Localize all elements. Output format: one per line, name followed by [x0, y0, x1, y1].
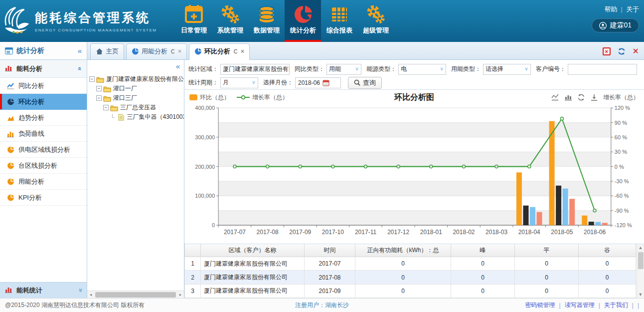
table-row[interactable]: 1厦门建霖健康家居股份有限公司2017-070000	[185, 257, 636, 271]
tree-node-2[interactable]: −灌口一厂	[89, 84, 184, 93]
close-current-tab-icon[interactable]: ×	[603, 47, 611, 55]
line-chart-view-icon[interactable]	[551, 94, 559, 101]
tree-horizontal-scrollbar[interactable]: ◂ ▸	[87, 291, 184, 298]
chart-canvas[interactable]: 0100,000200,000300,000400,000120 %90 %60…	[185, 104, 643, 244]
line-point-2018-05[interactable]	[560, 117, 563, 120]
sidebar-item-7[interactable]: 用能分析	[0, 174, 87, 190]
bar-平-2018-04[interactable]	[530, 207, 535, 225]
bar-峰-2018-04[interactable]	[523, 206, 528, 225]
table-row[interactable]: 2厦门建霖健康家居股份有限公司2017-080000	[185, 271, 636, 284]
sidebar-item-3[interactable]: 趋势分析	[0, 110, 87, 126]
customer-no-input[interactable]	[568, 64, 637, 75]
energy-type-select[interactable]: 电˅	[398, 64, 446, 75]
table-vertical-scrollbar[interactable]: ▲ ▼	[637, 244, 644, 298]
tab-3[interactable]: 环比分析×	[189, 43, 250, 60]
menu-item-4[interactable]: 统计分析	[285, 0, 321, 42]
close-all-tabs-icon[interactable]: ✕	[633, 46, 639, 56]
sidebar-item-4[interactable]: 负荷曲线	[0, 126, 87, 142]
tree-node-4[interactable]: −三厂总变压器	[89, 103, 184, 112]
tree-node-5[interactable]: └三厂集中器（4301003	[89, 112, 184, 122]
legend-item[interactable]: 增长率（总）	[237, 93, 288, 102]
statistic-period-select[interactable]: 月˅	[220, 77, 258, 88]
bar-谷-2018-06[interactable]	[602, 223, 608, 225]
bar-平-2018-06[interactable]	[595, 222, 601, 225]
tree-expander-icon[interactable]: −	[89, 76, 95, 82]
about-link[interactable]: 关于	[626, 5, 639, 13]
tree-node-label: 灌口三厂	[113, 94, 137, 102]
line-point-2018-02[interactable]	[462, 165, 465, 168]
tree-node-3[interactable]: −灌口三厂	[89, 93, 184, 103]
refresh-chart-icon[interactable]	[577, 93, 585, 101]
bar-峰-2018-06[interactable]	[589, 222, 594, 225]
table-cell: 2017-07	[305, 257, 355, 271]
line-point-2018-03[interactable]	[495, 165, 498, 168]
tab-close-icon[interactable]: ×	[241, 48, 244, 55]
scrollbar-thumb[interactable]	[95, 292, 176, 298]
scrollbar-thumb[interactable]	[638, 252, 644, 269]
user-menu[interactable]: 建霖01	[592, 18, 639, 32]
chevron-down-icon[interactable]: «	[76, 289, 84, 292]
sidebar-item-5[interactable]: 供电区域线损分析	[0, 142, 87, 158]
line-point-2017-10[interactable]	[331, 165, 334, 168]
chevron-up-icon[interactable]: «	[76, 67, 84, 70]
statistic-area-input[interactable]: 厦门建霖健康家居股份有限公司	[220, 64, 290, 75]
line-point-2017-11[interactable]	[364, 165, 367, 168]
tree-node-1[interactable]: −厦门建霖健康家居股份有限公司	[89, 74, 184, 84]
line-point-2018-01[interactable]	[430, 165, 433, 168]
bar-环比（总）-2018-04[interactable]	[516, 172, 522, 225]
tab-1[interactable]: 主页	[90, 43, 124, 59]
table-header-1: 区域（客户）名称	[201, 244, 305, 257]
refresh-tabs-icon[interactable]	[618, 47, 626, 55]
menu-item-5[interactable]: 综合报表	[321, 0, 357, 42]
bar-平-2018-05[interactable]	[563, 189, 568, 225]
table-row[interactable]: 3厦门建霖健康家居股份有限公司2017-090000	[185, 284, 636, 298]
footer-link-2[interactable]: 读写器管理	[565, 301, 595, 310]
scroll-left-icon[interactable]: ◂	[87, 292, 94, 297]
legend-item[interactable]: 环比（总）	[189, 93, 230, 102]
tree-expander-icon[interactable]: −	[103, 105, 109, 110]
line-point-2017-12[interactable]	[397, 165, 400, 168]
menu-item-2[interactable]: 系统管理	[212, 0, 248, 42]
menu-item-1[interactable]: 日常管理	[175, 0, 212, 42]
tab-2[interactable]: 用能分析×	[126, 43, 187, 59]
sidebar-item-1[interactable]: 同比分析	[0, 78, 87, 94]
sidebar-collapse-icon[interactable]: «	[78, 46, 82, 55]
query-button[interactable]: 查询	[348, 77, 382, 89]
bar-峰-2018-05[interactable]	[556, 186, 561, 225]
menu-item-6[interactable]: 超级管理	[357, 0, 394, 42]
scroll-down-icon[interactable]: ▼	[639, 291, 643, 298]
sidebar-item-2[interactable]: 环比分析	[0, 94, 87, 110]
compare-type-select[interactable]: 用能˅	[326, 64, 361, 75]
table-cell: 0	[515, 284, 579, 298]
line-point-2018-06[interactable]	[593, 209, 596, 212]
line-point-2018-04[interactable]	[528, 165, 531, 168]
sidebar-item-6[interactable]: 台区线损分析	[0, 158, 87, 174]
scroll-right-icon[interactable]: ▸	[177, 292, 184, 297]
help-link[interactable]: 帮助	[605, 5, 618, 13]
bar-谷-2018-05[interactable]	[569, 199, 575, 225]
select-month-input[interactable]: 2018-06	[295, 77, 341, 88]
download-chart-icon[interactable]	[590, 94, 598, 101]
menu-item-3[interactable]: 数据管理	[248, 0, 285, 42]
line-point-2017-08[interactable]	[266, 165, 269, 168]
tab-refresh-icon[interactable]	[170, 49, 175, 54]
tree-collapse-icon[interactable]: «	[87, 60, 184, 70]
usage-type-select[interactable]: 请选择˅	[483, 64, 531, 75]
footer-link-1[interactable]: 密码锁管理	[525, 301, 555, 310]
bar-chart-view-icon[interactable]	[564, 94, 572, 101]
tab-refresh-icon[interactable]	[233, 49, 238, 54]
line-point-2017-07[interactable]	[233, 165, 236, 168]
tree-expander-icon[interactable]: −	[96, 86, 102, 91]
bar-环比（总）-2018-06[interactable]	[582, 216, 587, 225]
tree-expander-icon[interactable]: −	[96, 95, 102, 101]
sidebar-section-energy-analysis[interactable]: 能耗分析 «	[0, 60, 87, 78]
sidebar-item-8[interactable]: KPI分析	[0, 190, 87, 206]
scroll-up-icon[interactable]: ▲	[639, 244, 643, 251]
tab-close-icon[interactable]: ×	[178, 48, 181, 55]
bar-谷-2018-04[interactable]	[537, 212, 542, 225]
swan-logo-icon	[3, 5, 32, 36]
line-point-2017-09[interactable]	[299, 165, 302, 168]
sidebar-section-energy-statistics[interactable]: 能耗统计 «	[0, 282, 87, 298]
footer-link-3[interactable]: 关于我们	[604, 301, 628, 310]
svg-text:30 %: 30 %	[615, 149, 627, 155]
